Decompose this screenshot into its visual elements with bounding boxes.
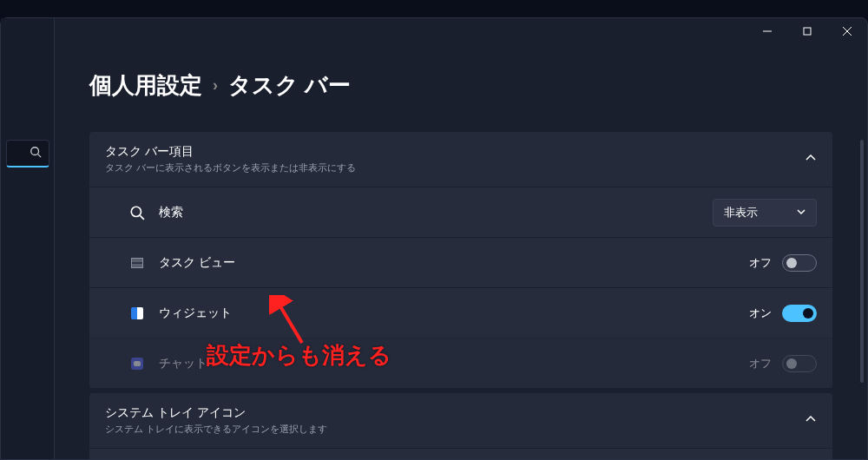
maximize-button[interactable] [787,18,827,44]
svg-point-6 [131,207,141,216]
breadcrumb-parent[interactable]: 個人用設定 [89,70,202,101]
toggle-state-label: オン [749,306,772,321]
svg-point-4 [30,147,38,154]
toggle-state-label: オフ [749,255,772,271]
svg-line-7 [140,215,144,220]
section-title: システム トレイ アイコン [105,405,327,421]
dropdown-value: 非表示 [724,205,758,220]
setting-row-chat: チャット オフ [89,338,832,388]
svg-line-5 [37,154,41,157]
page-title: タスク バー [228,70,351,101]
search-icon [129,205,145,220]
section-system-tray-header[interactable]: システム トレイ アイコン システム トレイに表示できるアイコンを選択します [89,393,832,448]
setting-row-taskview: タスク ビュー オフ [89,237,832,287]
setting-label: タスク ビュー [159,255,235,271]
setting-row-search: 検索 非表示 [89,187,832,237]
taskview-toggle[interactable] [782,254,817,272]
chevron-down-icon [797,206,806,219]
sidebar-search-input[interactable] [6,140,49,168]
chevron-up-icon [805,413,817,429]
setting-label: ウィジェット [159,306,232,321]
breadcrumb: 個人用設定 › タスク バー [89,70,832,101]
setting-row-widgets: ウィジェット オン [89,287,832,338]
search-icon [30,146,42,161]
minimize-button[interactable] [747,18,787,44]
svg-rect-1 [804,28,811,35]
section-subtitle: システム トレイに表示できるアイコンを選択します [105,423,327,436]
toggle-state-label: オフ [749,356,772,371]
section-taskbar-items-header[interactable]: タスク バー項目 タスク バーに表示されるボタンを表示または非表示にする [89,132,832,187]
setting-label: チャット [159,356,207,371]
taskview-icon [129,255,145,271]
section-subtitle: タスク バーに表示されるボタンを表示または非表示にする [105,161,356,174]
chevron-up-icon [805,152,817,168]
chat-icon [129,356,145,371]
setting-label: 検索 [159,205,183,220]
widgets-toggle[interactable] [782,305,817,322]
setting-row-pen-menu: [ペン] メニュー [89,448,832,459]
section-title: タスク バー項目 [105,144,356,160]
scrollbar[interactable] [860,140,864,383]
chat-toggle[interactable] [782,355,817,372]
search-visibility-dropdown[interactable]: 非表示 [713,199,817,227]
widgets-icon [129,306,145,321]
close-button[interactable] [827,18,867,44]
chevron-right-icon: › [213,76,218,95]
